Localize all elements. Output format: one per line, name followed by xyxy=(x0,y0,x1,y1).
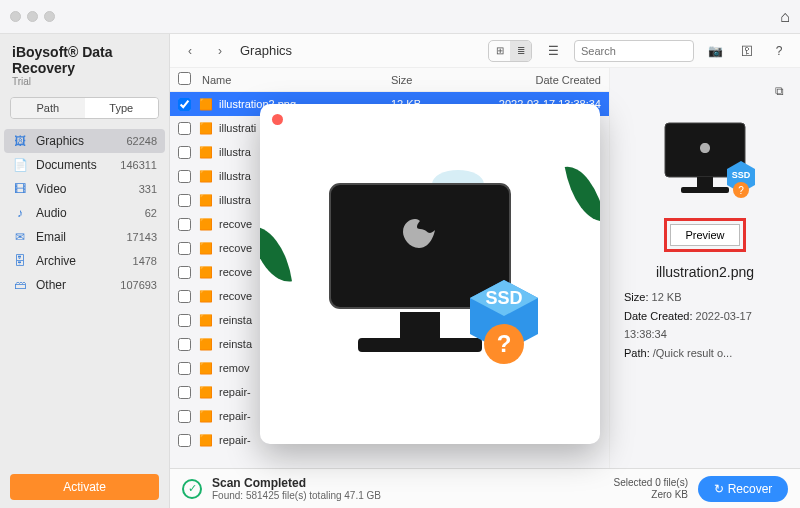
row-checkbox[interactable] xyxy=(178,170,191,183)
file-icon: 🟧 xyxy=(199,169,213,183)
file-icon: 🟧 xyxy=(199,265,213,279)
file-icon: 🟧 xyxy=(199,121,213,135)
row-checkbox[interactable] xyxy=(178,434,191,447)
app-subtitle: Trial xyxy=(12,76,157,87)
row-checkbox[interactable] xyxy=(178,362,191,375)
traffic-max[interactable] xyxy=(44,11,55,22)
app-title: iBoysoft® Data Recovery xyxy=(12,44,157,76)
row-checkbox[interactable] xyxy=(178,314,191,327)
selected-count: Selected 0 file(s) xyxy=(614,477,688,489)
category-icon: ✉ xyxy=(12,230,28,244)
sidebar-item-audio[interactable]: ♪Audio62 xyxy=(0,201,169,225)
svg-text:?: ? xyxy=(738,185,744,196)
search-input[interactable] xyxy=(574,40,694,62)
traffic-close[interactable] xyxy=(10,11,21,22)
pop-out-icon[interactable]: ⧉ xyxy=(768,80,790,102)
tab-type[interactable]: Type xyxy=(85,98,159,118)
category-icon: 🖼 xyxy=(12,134,28,148)
svg-text:?: ? xyxy=(497,330,512,357)
details-filename: illustration2.png xyxy=(656,264,754,280)
row-checkbox[interactable] xyxy=(178,98,191,111)
recover-button[interactable]: ↻ Recover xyxy=(698,476,788,502)
row-checkbox[interactable] xyxy=(178,290,191,303)
file-icon: 🟧 xyxy=(199,145,213,159)
activate-button[interactable]: Activate xyxy=(10,474,159,500)
preview-button[interactable]: Preview xyxy=(670,224,739,246)
home-icon[interactable]: ⌂ xyxy=(780,8,790,26)
file-icon: 🟧 xyxy=(199,361,213,375)
select-all-checkbox[interactable] xyxy=(178,72,191,85)
traffic-min[interactable] xyxy=(27,11,38,22)
file-icon: 🟧 xyxy=(199,433,213,447)
category-icon: 🎞 xyxy=(12,182,28,196)
row-checkbox[interactable] xyxy=(178,266,191,279)
preview-thumb: SSD ? xyxy=(630,110,780,210)
help-icon[interactable]: ? xyxy=(768,40,790,62)
file-icon: 🟧 xyxy=(199,337,213,351)
camera-icon[interactable]: 📷 xyxy=(704,40,726,62)
status-title: Scan Completed xyxy=(212,476,381,490)
row-checkbox[interactable] xyxy=(178,410,191,423)
row-checkbox[interactable] xyxy=(178,386,191,399)
col-date[interactable]: Date Created xyxy=(461,74,601,86)
file-icon: 🟧 xyxy=(199,313,213,327)
back-icon[interactable]: ‹ xyxy=(180,41,200,61)
file-icon: 🟧 xyxy=(199,97,213,111)
col-name[interactable]: Name xyxy=(202,74,391,86)
svg-rect-3 xyxy=(681,187,729,193)
breadcrumb: Graphics xyxy=(240,43,292,58)
selected-size: Zero KB xyxy=(614,489,688,501)
filter-icon[interactable]: ☰ xyxy=(542,40,564,62)
status-sub: Found: 581425 file(s) totaling 47.1 GB xyxy=(212,490,381,501)
row-checkbox[interactable] xyxy=(178,122,191,135)
file-icon: 🟧 xyxy=(199,409,213,423)
category-icon: 🗄 xyxy=(12,254,28,268)
file-icon: 🟧 xyxy=(199,385,213,399)
svg-text:SSD: SSD xyxy=(732,170,751,180)
file-icon: 🟧 xyxy=(199,241,213,255)
svg-text:SSD: SSD xyxy=(485,288,522,308)
forward-icon[interactable]: › xyxy=(210,41,230,61)
col-size[interactable]: Size xyxy=(391,74,461,86)
row-checkbox[interactable] xyxy=(178,194,191,207)
svg-rect-12 xyxy=(358,338,482,352)
category-icon: ♪ xyxy=(12,206,28,220)
file-icon: 🟧 xyxy=(199,193,213,207)
category-icon: 🗃 xyxy=(12,278,28,292)
file-icon: 🟧 xyxy=(199,289,213,303)
sidebar-item-video[interactable]: 🎞Video331 xyxy=(0,177,169,201)
row-checkbox[interactable] xyxy=(178,338,191,351)
svg-rect-2 xyxy=(697,177,713,187)
sidebar-item-archive[interactable]: 🗄Archive1478 xyxy=(0,249,169,273)
file-icon: 🟧 xyxy=(199,217,213,231)
sidebar-item-other[interactable]: 🗃Other107693 xyxy=(0,273,169,297)
key-icon[interactable]: ⚿ xyxy=(736,40,758,62)
row-checkbox[interactable] xyxy=(178,146,191,159)
tab-path[interactable]: Path xyxy=(11,98,85,118)
svg-rect-11 xyxy=(400,312,440,338)
row-checkbox[interactable] xyxy=(178,218,191,231)
status-ok-icon: ✓ xyxy=(182,479,202,499)
category-icon: 📄 xyxy=(12,158,28,172)
sidebar-item-documents[interactable]: 📄Documents146311 xyxy=(0,153,169,177)
row-checkbox[interactable] xyxy=(178,242,191,255)
preview-popup: SSD ? xyxy=(260,104,600,444)
sidebar-item-email[interactable]: ✉Email17143 xyxy=(0,225,169,249)
sidebar-item-graphics[interactable]: 🖼Graphics62248 xyxy=(4,129,165,153)
view-toggle[interactable]: ⊞≣ xyxy=(488,40,532,62)
popup-close-icon[interactable] xyxy=(272,114,283,125)
